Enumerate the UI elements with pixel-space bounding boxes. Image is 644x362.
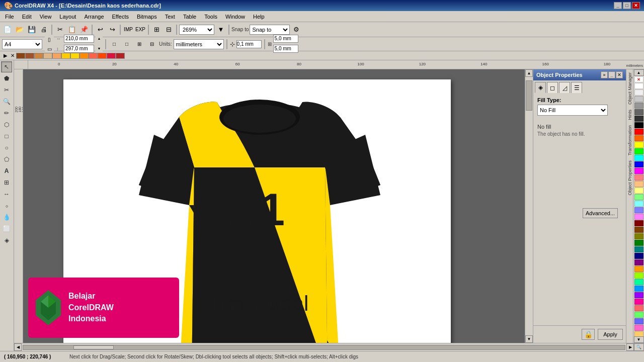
timeline-swatch-9[interactable] [89, 53, 98, 59]
swatch-lightyellow[interactable] [634, 188, 643, 194]
zoom-select[interactable]: 269% 100% 200% 50% [179, 25, 214, 35]
timeline-close-button[interactable]: ✕ [9, 52, 16, 59]
swatch-navy[interactable] [634, 253, 643, 259]
width-input[interactable] [64, 35, 94, 43]
save-button[interactable]: 💾 [26, 24, 37, 35]
smart-fill-tool[interactable]: ⬡ [1, 119, 12, 130]
print-button[interactable]: 🖨 [38, 24, 49, 35]
tab-fill[interactable]: ◈ [535, 82, 546, 93]
menu-tools[interactable]: Tools [200, 13, 221, 21]
swatch-lightmagenta[interactable] [634, 214, 643, 220]
nudge-input[interactable] [236, 40, 262, 48]
menu-file[interactable]: File [1, 13, 18, 21]
swatch-chartreuse[interactable] [634, 273, 643, 279]
vscroll-up-button[interactable]: ▲ [525, 69, 533, 77]
hscroll-right-button[interactable]: ▶ [626, 343, 634, 351]
swatch-orchid[interactable] [634, 325, 643, 331]
swatch-brown[interactable] [634, 227, 643, 233]
paste-button[interactable]: 📌 [78, 24, 90, 35]
swatch-azure[interactable] [634, 286, 643, 292]
vscroll-thumb[interactable] [526, 80, 532, 111]
swatch-teal[interactable] [634, 246, 643, 252]
paper-size-select[interactable]: A4 [2, 39, 42, 49]
timeline-swatch-2[interactable] [25, 53, 34, 59]
menu-view[interactable]: View [36, 13, 56, 21]
fill-type-select[interactable]: No Fill Uniform Fill Fountain Fill Patte… [537, 105, 608, 116]
interactive-tool[interactable]: ⬦ [1, 200, 12, 211]
eyedropper-tool[interactable]: 💧 [1, 212, 12, 223]
menu-effects[interactable]: Effects [108, 13, 133, 21]
freehand-tool[interactable]: ✏ [1, 108, 12, 119]
swatch-black[interactable] [634, 122, 643, 128]
table-tool[interactable]: ⊞ [1, 177, 12, 188]
import-button[interactable]: IMP [123, 24, 134, 35]
menu-arrange[interactable]: Arrange [80, 13, 108, 21]
swatch-olive[interactable] [634, 233, 643, 239]
timeline-swatch-6[interactable] [61, 53, 70, 59]
select-tool[interactable]: ↖ [1, 61, 12, 72]
advanced-button[interactable]: Advanced... [583, 208, 618, 218]
ellipse-tool[interactable]: ○ [1, 142, 12, 153]
swatch-periwinkle[interactable] [634, 318, 643, 324]
height-input[interactable] [64, 45, 94, 53]
swatch-coral[interactable] [634, 305, 643, 311]
hscroll-left-button[interactable]: ◀ [14, 343, 22, 351]
swatch-springgreen[interactable] [634, 279, 643, 285]
menu-table[interactable]: Table [179, 13, 200, 21]
portrait-button[interactable]: ▯ [45, 35, 54, 44]
timeline-swatch-8[interactable] [79, 53, 89, 59]
timeline-swatch-1[interactable] [16, 53, 25, 59]
swatch-lightgray1[interactable] [634, 89, 643, 96]
hscroll-thumb[interactable] [73, 345, 114, 349]
rectangle-tool[interactable]: □ [1, 131, 12, 142]
swatch-lightblue[interactable] [634, 207, 643, 213]
timeline-swatch-11[interactable] [107, 53, 116, 59]
menu-help[interactable]: Help [249, 13, 269, 21]
side-label-hints[interactable]: Hints [627, 108, 632, 122]
zoom-tool[interactable]: 🔍 [1, 96, 12, 107]
timeline-swatch-4[interactable] [43, 53, 52, 59]
height-up-button[interactable]: ▼ [96, 46, 103, 51]
timeline-swatch-10[interactable] [98, 53, 107, 59]
swatch-lightgreen[interactable] [634, 194, 643, 200]
side-label-transformation[interactable]: Transformation [627, 123, 632, 157]
snap-select[interactable]: Snap to Grid Guides [250, 25, 290, 35]
tab-stroke[interactable]: ◻ [547, 82, 558, 93]
swatch-gray[interactable] [634, 103, 643, 109]
outline-tool[interactable]: ⬜ [1, 223, 12, 234]
swatch-darkgreen[interactable] [634, 240, 643, 246]
menu-bitmaps[interactable]: Bitmaps [133, 13, 161, 21]
menu-text[interactable]: Text [161, 13, 179, 21]
text-tool[interactable]: A [1, 165, 12, 176]
swatch-purple[interactable] [634, 259, 643, 265]
palette-down-button[interactable]: ▼ [634, 336, 644, 343]
panel-expand-button[interactable]: » [601, 71, 608, 78]
close-button[interactable]: ✕ [632, 2, 640, 9]
swatch-white[interactable] [634, 83, 643, 89]
swatch-violet[interactable] [634, 292, 643, 298]
dimension-tool[interactable]: ↔ [1, 189, 12, 200]
grid-y-input[interactable] [273, 45, 298, 53]
width-up-button[interactable]: ▲ [96, 36, 103, 41]
swatch-peach[interactable] [634, 181, 643, 187]
tab-list[interactable]: ☰ [571, 82, 582, 93]
align-button[interactable]: ⊟ [163, 24, 174, 35]
swatch-cyan[interactable] [634, 155, 643, 161]
menu-edit[interactable]: Edit [18, 13, 36, 21]
zoom-down-icon[interactable]: ▼ [215, 24, 226, 35]
shape-tool[interactable]: ⬟ [1, 73, 12, 84]
tab-outline[interactable]: ◿ [559, 82, 570, 93]
grid-x-input[interactable] [273, 35, 298, 43]
swatch-yellow[interactable] [634, 142, 643, 148]
timeline-swatch-3[interactable] [34, 53, 43, 59]
side-label-object-properties[interactable]: Object Properties [627, 158, 632, 198]
swatch-darkgray[interactable] [634, 109, 643, 115]
panel-close-button[interactable]: ✕ [616, 71, 623, 78]
swatch-magenta[interactable] [634, 168, 643, 174]
new-button[interactable]: 📄 [2, 24, 13, 35]
crop-tool[interactable]: ✂ [1, 84, 12, 96]
restore-button[interactable]: □ [623, 2, 631, 9]
swatch-darker[interactable] [634, 116, 643, 122]
swatch-lightcyan[interactable] [634, 201, 643, 207]
fill-tool[interactable]: ◈ [1, 235, 12, 246]
